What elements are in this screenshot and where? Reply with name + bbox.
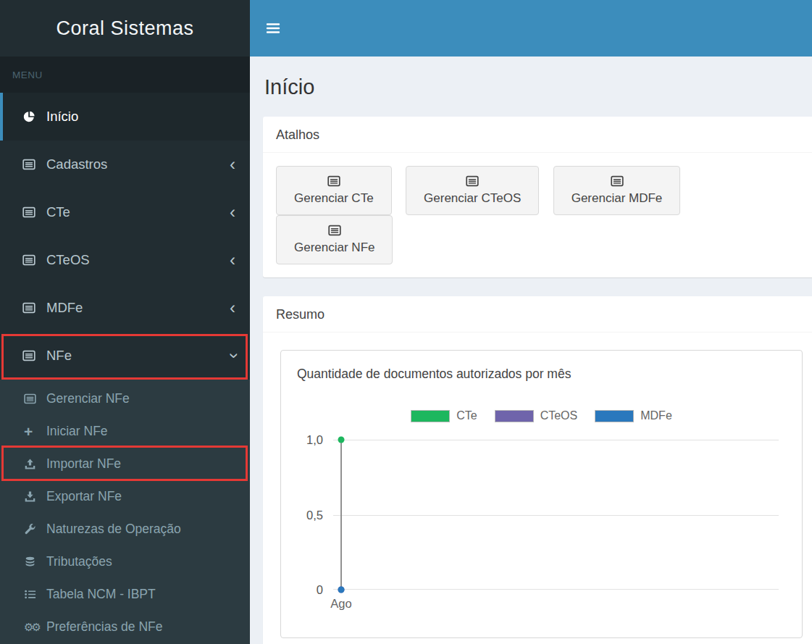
list-alt-icon xyxy=(22,254,46,267)
submenu-item-label: Tabela NCM - IBPT xyxy=(46,587,156,602)
submenu-item-tributacoes[interactable]: Tributações xyxy=(0,545,250,578)
y-tick-label: 0,5 xyxy=(306,508,323,522)
chart-legend: CTe CTeOS MDFe xyxy=(293,409,790,422)
submenu-item-iniciar-nfe[interactable]: + Iniciar NFe xyxy=(0,415,250,448)
submenu-item-label: Gerenciar NFe xyxy=(46,391,130,406)
hamburger-menu-button[interactable] xyxy=(254,0,292,57)
sidebar-item-cteos[interactable]: CTeOS ‹ xyxy=(0,236,250,284)
chevron-left-icon: ‹ xyxy=(230,251,235,269)
chart-plot-area: 1,0 0,5 0 xyxy=(293,440,790,590)
submenu-item-preferencias-de-nfe[interactable]: ⚙⚙ Preferências de NFe xyxy=(0,611,250,643)
legend-label: CTeOS xyxy=(540,409,578,422)
list-alt-icon xyxy=(327,175,340,188)
submenu-item-label: Tributações xyxy=(46,554,112,569)
sidebar-item-mdfe[interactable]: MDFe ‹ xyxy=(0,284,250,332)
sidebar-item-nfe[interactable]: NFe ‹ xyxy=(0,332,250,380)
page-title: Início xyxy=(264,75,812,99)
submenu-item-label: Naturezas de Operação xyxy=(46,522,181,537)
submenu-item-naturezas-de-operacao[interactable]: Naturezas de Operação xyxy=(0,513,250,545)
legend-label: CTe xyxy=(456,409,477,422)
gerenciar-cte-button[interactable]: Gerenciar CTe xyxy=(276,166,392,215)
list-alt-icon xyxy=(22,301,46,314)
chevron-left-icon: ‹ xyxy=(230,299,235,317)
brand[interactable]: Coral Sistemas xyxy=(0,0,250,57)
summary-box-body: Quantidade de documentos autorizados por… xyxy=(263,333,812,644)
sidebar-item-label: Cadastros xyxy=(46,156,107,172)
submenu-item-gerenciar-nfe[interactable]: Gerenciar NFe xyxy=(0,382,250,415)
sidebar-item-cte[interactable]: CTe ‹ xyxy=(0,188,250,236)
sidebar-item-label: NFe xyxy=(46,348,72,364)
shortcuts-box-title: Atalhos xyxy=(263,117,812,153)
x-tick-label: Ago xyxy=(330,597,351,611)
legend-item-cte: CTe xyxy=(411,409,477,422)
list-alt-icon xyxy=(611,175,624,188)
wrench-icon xyxy=(24,523,46,535)
button-label: Gerenciar MDFe xyxy=(572,191,663,206)
chevron-left-icon: ‹ xyxy=(230,204,235,221)
summary-box-title: Resumo xyxy=(263,296,812,333)
sidebar-item-label: MDFe xyxy=(46,300,83,316)
topbar xyxy=(250,0,812,57)
chart-canvas xyxy=(333,440,779,590)
submenu-item-label: Iniciar NFe xyxy=(46,424,108,439)
cteos-legend-swatch xyxy=(495,410,534,422)
list-alt-icon xyxy=(328,224,341,237)
submenu-item-importar-nfe[interactable]: Importar NFe xyxy=(0,448,250,480)
plus-icon: + xyxy=(24,424,46,439)
button-label: Gerenciar CTeOS xyxy=(424,191,521,206)
chevron-left-icon: ‹ xyxy=(230,156,235,173)
cte-data-point xyxy=(338,437,345,443)
legend-item-mdfe: MDFe xyxy=(595,409,672,422)
list-ul-icon xyxy=(24,588,46,601)
menu-section-header: MENU xyxy=(0,57,250,93)
nfe-submenu: Gerenciar NFe + Iniciar NFe Importar NFe… xyxy=(0,380,250,644)
shortcuts-box-body: Gerenciar CTe Gerenciar CTeOS Gerenciar … xyxy=(263,153,812,277)
list-alt-icon xyxy=(24,393,46,405)
list-alt-icon xyxy=(22,206,46,219)
sidebar-item-label: CTe xyxy=(46,204,70,220)
gerenciar-nfe-button[interactable]: Gerenciar NFe xyxy=(276,215,393,264)
sidebar-item-inicio[interactable]: Início xyxy=(0,93,250,141)
chart-x-axis: Ago xyxy=(333,590,790,613)
summary-box: Resumo Quantidade de documentos autoriza… xyxy=(263,296,812,644)
chart-y-axis: 1,0 0,5 0 xyxy=(293,440,333,590)
mdfe-legend-swatch xyxy=(595,410,634,422)
y-tick-label: 0 xyxy=(317,583,323,597)
button-label: Gerenciar CTe xyxy=(294,191,374,206)
sidebar-item-cadastros[interactable]: Cadastros ‹ xyxy=(0,141,250,188)
sidebar-item-label: Início xyxy=(46,109,78,125)
coins-icon xyxy=(24,556,46,568)
list-alt-icon xyxy=(22,158,46,171)
chart-title: Quantidade de documentos autorizados por… xyxy=(297,367,790,382)
main-area: Início Atalhos Gerenciar CTe Gerenciar C… xyxy=(250,0,812,644)
submenu-item-label: Preferências de NFe xyxy=(46,619,163,635)
gerenciar-cteos-button[interactable]: Gerenciar CTeOS xyxy=(406,166,539,215)
list-alt-icon xyxy=(22,349,46,362)
documents-chart-card: Quantidade de documentos autorizados por… xyxy=(280,350,803,638)
legend-item-cteos: CTeOS xyxy=(495,409,578,422)
list-alt-icon xyxy=(466,175,479,188)
sidebar-menu: Início Cadastros ‹ CTe ‹ CTeOS ‹ MDFe ‹ xyxy=(0,93,250,644)
gerenciar-mdfe-button[interactable]: Gerenciar MDFe xyxy=(553,166,681,215)
submenu-item-tabela-ncm-ibpt[interactable]: Tabela NCM - IBPT xyxy=(0,578,250,611)
legend-label: MDFe xyxy=(640,409,672,422)
upload-icon xyxy=(24,458,46,470)
button-label: Gerenciar NFe xyxy=(294,241,374,255)
sidebar: Coral Sistemas MENU Início Cadastros ‹ C… xyxy=(0,0,250,644)
shortcuts-box: Atalhos Gerenciar CTe Gerenciar CTeOS Ge… xyxy=(263,117,812,277)
gears-icon: ⚙⚙ xyxy=(24,621,46,634)
ago-axis-line xyxy=(340,440,342,590)
cte-legend-swatch xyxy=(411,410,450,422)
hamburger-icon xyxy=(266,22,280,34)
pie-chart-icon xyxy=(22,110,46,123)
content-area: Início Atalhos Gerenciar CTe Gerenciar C… xyxy=(250,57,812,644)
gridline xyxy=(333,515,779,516)
submenu-item-label: Importar NFe xyxy=(46,456,121,472)
app-window: Coral Sistemas MENU Início Cadastros ‹ C… xyxy=(0,0,812,644)
submenu-item-label: Exportar NFe xyxy=(46,489,122,504)
gridline xyxy=(333,440,779,440)
download-icon xyxy=(24,490,46,503)
y-tick-label: 1,0 xyxy=(306,433,323,447)
brand-text: Coral Sistemas xyxy=(56,17,193,40)
submenu-item-exportar-nfe[interactable]: Exportar NFe xyxy=(0,480,250,513)
